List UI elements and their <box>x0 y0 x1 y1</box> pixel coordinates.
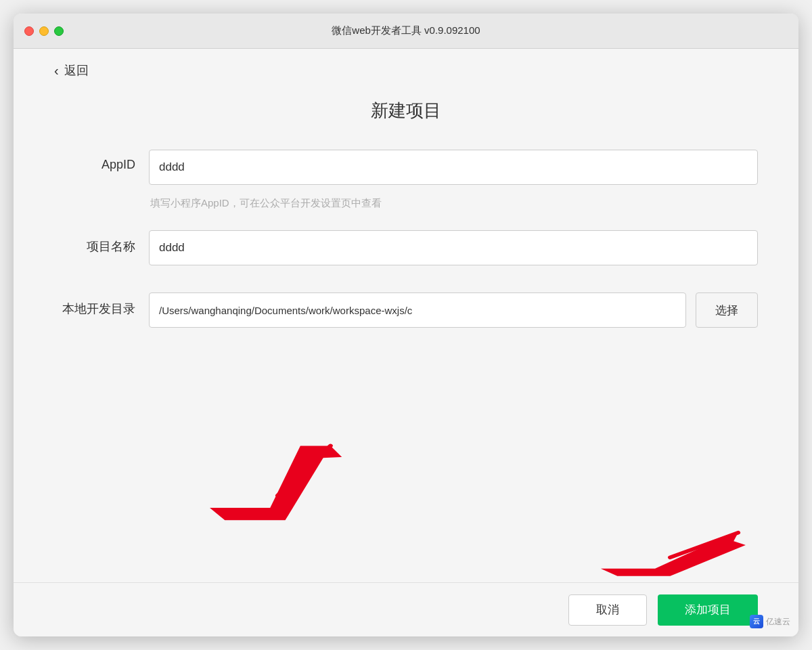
appid-hint-row: 填写小程序AppID，可在公众平台开发设置页中查看 <box>54 192 758 223</box>
project-name-input-wrap <box>149 230 758 265</box>
project-name-label: 项目名称 <box>54 230 149 255</box>
dir-row: 本地开发目录 选择 <box>54 292 758 328</box>
watermark-icon: 云 <box>750 615 763 628</box>
form: AppID 填写小程序AppID，可在公众平台开发设置页中查看 项目名称 <box>54 150 758 582</box>
back-chevron-icon: ‹ <box>54 63 59 79</box>
window-title: 微信web开发者工具 v0.9.092100 <box>332 24 480 37</box>
watermark: 云 亿速云 <box>750 615 790 628</box>
back-label: 返回 <box>64 62 89 79</box>
appid-row: AppID <box>54 150 758 185</box>
maximize-button[interactable] <box>54 26 64 36</box>
appid-input[interactable] <box>149 150 758 185</box>
minimize-button[interactable] <box>39 26 49 36</box>
cancel-button[interactable]: 取消 <box>568 594 647 626</box>
traffic-lights <box>24 26 64 36</box>
dir-input[interactable] <box>149 292 686 328</box>
close-button[interactable] <box>24 26 34 36</box>
page-title-section: 新建项目 <box>54 85 758 150</box>
add-project-button[interactable]: 添加项目 <box>658 594 758 626</box>
watermark-text: 亿速云 <box>766 616 790 628</box>
back-button[interactable]: ‹ 返回 <box>54 49 89 85</box>
appid-input-wrap <box>149 150 758 185</box>
project-name-row: 项目名称 <box>54 230 758 265</box>
page-title: 新建项目 <box>54 99 758 123</box>
dir-input-group: 选择 <box>149 292 758 328</box>
dir-label: 本地开发目录 <box>54 292 149 317</box>
appid-hint: 填写小程序AppID，可在公众平台开发设置页中查看 <box>149 197 758 210</box>
select-dir-button[interactable]: 选择 <box>696 292 758 328</box>
title-bar: 微信web开发者工具 v0.9.092100 <box>14 14 798 49</box>
content-area: ‹ 返回 新建项目 AppID 填写小程序AppID，可在公众平台开发设置页中查… <box>14 49 798 582</box>
footer: 取消 添加项目 <box>14 582 798 636</box>
appid-label: AppID <box>54 150 149 172</box>
project-name-input[interactable] <box>149 230 758 265</box>
